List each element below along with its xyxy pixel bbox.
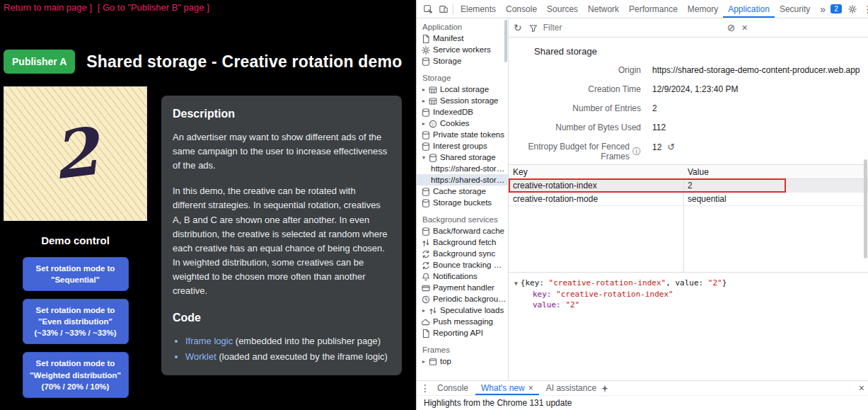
preview-summary-line[interactable]: ▼{key: "creative-rotation-index", value:… [514, 278, 865, 289]
drawer-close-icon[interactable]: × [859, 383, 864, 393]
gear-icon [420, 45, 431, 55]
sidebar-item-storage[interactable]: Storage [417, 55, 508, 67]
sync-arrows-icon [420, 249, 431, 258]
sidebar-item-private-state-tokens[interactable]: Private state tokens [417, 129, 508, 140]
creative-number: 2 [49, 118, 102, 188]
sidebar-item-session-storage[interactable]: ▸Session storage [417, 95, 508, 106]
iframe-logic-link[interactable]: Iframe logic [185, 336, 233, 346]
scrollbar-thumb[interactable] [864, 159, 867, 258]
inspect-icon[interactable] [419, 0, 435, 18]
sidebar-item-bounce-tracking[interactable]: Bounce tracking miti… [417, 259, 508, 271]
drawer-tab-whats-new[interactable]: What's new× [475, 381, 539, 395]
code-heading: Code [173, 309, 390, 327]
issues-count-badge[interactable]: 2 [831, 4, 842, 13]
sidebar-item-payment-handler[interactable]: Payment handler [417, 282, 508, 293]
sidebar-item-speculative-loads[interactable]: ▸Speculative loads [417, 304, 508, 316]
whats-new-content: Highlights from the Chrome 131 update [417, 395, 868, 410]
refresh-icon[interactable]: ↻ [514, 23, 522, 33]
sidebar-item-cache-storage[interactable]: Cache storage [417, 186, 508, 197]
main-scrollbar[interactable] [864, 159, 867, 301]
sidebar-item-storage-buckets[interactable]: Storage buckets [417, 197, 508, 208]
sidebar-item-local-storage[interactable]: ▸Local storage [417, 84, 508, 95]
table-row-creative-rotation-mode[interactable]: creative-rotation-mode sequential [509, 193, 868, 206]
code-item-text: (loaded and executed by the iframe logic… [216, 351, 388, 362]
sidebar-item-shared-storage-origin-1[interactable]: https://shared-storage… [417, 163, 508, 174]
database-icon [420, 130, 431, 139]
publisher-b-link[interactable]: [ Go to "Publisher B" page ] [98, 2, 209, 13]
tab-performance[interactable]: Performance [624, 0, 683, 18]
page-nav: Return to main page ] [ Go to "Publisher… [4, 2, 212, 13]
rotation-sequential-button[interactable]: Set rotation mode to "Sequential" [23, 257, 129, 291]
filter-box[interactable] [528, 22, 721, 33]
column-header-value[interactable]: Value [683, 167, 868, 177]
filter-input[interactable] [542, 22, 721, 33]
field-origin: Originhttps://shared-storage-demo-conten… [509, 65, 868, 84]
tab-application[interactable]: Application [723, 0, 775, 18]
drawer-tab-console[interactable]: Console [432, 381, 474, 395]
sidebar-item-manifest[interactable]: Manifest [417, 33, 508, 44]
database-icon [420, 141, 431, 151]
tab-elements[interactable]: Elements [456, 0, 501, 18]
shared-storage-section-title: Shared storage [509, 38, 868, 58]
tab-security[interactable]: Security [775, 0, 815, 18]
column-header-key[interactable]: Key [509, 167, 683, 177]
expand-icon[interactable]: ▸ [420, 86, 427, 93]
sidebar-item-cookies[interactable]: ▸Cookies [417, 118, 508, 129]
entry-preview: ▼{key: "creative-rotation-index", value:… [509, 273, 868, 380]
field-number-of-entries: Number of Entries2 [509, 103, 868, 123]
rotation-weighted-button[interactable]: Set rotation mode to "Weighted distribut… [23, 352, 129, 397]
return-main-link[interactable]: Return to main page ] [4, 2, 92, 13]
sidebar-item-background-sync[interactable]: Background sync [417, 248, 508, 259]
reset-budget-icon[interactable]: ↺ [667, 142, 675, 152]
devtools: Elements Console Sources Network Perform… [416, 0, 868, 410]
sidebar-item-service-workers[interactable]: Service workers [417, 44, 508, 55]
tab-sources[interactable]: Sources [542, 0, 583, 18]
rotation-even-button[interactable]: Set rotation mode to "Even distribution"… [23, 299, 129, 344]
table-row-creative-rotation-index[interactable]: creative-rotation-index 2 [509, 179, 868, 193]
expand-triangle-icon[interactable]: ▼ [514, 280, 518, 287]
sidebar-scrollbar[interactable] [504, 20, 507, 62]
sidebar-item-shared-storage-origin-2[interactable]: https://shared-storage… [417, 174, 508, 186]
delete-all-icon[interactable]: ⊘ [727, 23, 736, 33]
sidebar-item-reporting-api[interactable]: Reporting API [417, 327, 508, 338]
expand-icon[interactable]: ▸ [420, 307, 427, 314]
expand-icon[interactable]: ▸ [420, 358, 427, 365]
sidebar-item-notifications[interactable]: Notifications [417, 271, 508, 282]
info-icon[interactable]: ⓘ [632, 146, 641, 158]
collapse-icon[interactable]: ▾ [420, 154, 427, 161]
drawer-tab-ai-assistance[interactable]: AI assistance [540, 381, 615, 395]
drawer-menu-icon[interactable]: ⋮ [420, 383, 430, 393]
tab-console[interactable]: Console [501, 0, 542, 18]
sidebar-item-indexeddb[interactable]: IndexedDB [417, 106, 508, 118]
close-whats-new-icon[interactable]: × [528, 383, 533, 393]
tab-memory[interactable]: Memory [683, 0, 723, 18]
device-toolbar-icon[interactable] [435, 0, 451, 18]
worklet-link[interactable]: Worklet [185, 351, 216, 362]
sidebar-item-push-messaging[interactable]: Push messaging [417, 316, 508, 327]
tab-network[interactable]: Network [583, 0, 624, 18]
sidebar-item-periodic-background-sync[interactable]: Periodic backgroun… [417, 293, 508, 304]
application-sidebar: Application Manifest Service workers Sto… [417, 18, 509, 380]
code-item-iframe-logic: Iframe logic (embedded into the publishe… [185, 334, 390, 348]
expand-icon[interactable]: ▸ [420, 120, 427, 127]
expand-icon[interactable]: ▸ [420, 98, 427, 104]
sidebar-item-shared-storage[interactable]: ▾Shared storage [417, 152, 508, 163]
settings-gear-icon[interactable] [845, 0, 860, 18]
table-header: Key Value [509, 164, 868, 179]
metadata-report: Originhttps://shared-storage-demo-conten… [509, 65, 868, 161]
sidebar-item-top-frame[interactable]: ▸top [417, 355, 508, 367]
description-heading: Description [173, 106, 390, 123]
sidebar-item-background-fetch[interactable]: Background fetch [417, 237, 508, 248]
sidebar-item-interest-groups[interactable]: Interest groups [417, 140, 508, 152]
database-icon [420, 198, 431, 207]
bell-icon [420, 271, 431, 281]
toolbar-close-icon[interactable]: × [741, 23, 747, 33]
database-icon [420, 107, 431, 117]
field-creation-time: Creation Time12/9/2024, 1:23:40 PM [509, 84, 868, 103]
sidebar-item-back-forward-cache[interactable]: Back/forward cache [417, 225, 508, 237]
devtools-menu-icon[interactable]: ⋮ [860, 0, 868, 18]
more-tabs-icon[interactable]: » [815, 0, 831, 18]
table-body: creative-rotation-index 2 creative-rotat… [509, 179, 868, 273]
demo-control-panel: Demo control Set rotation mode to "Seque… [0, 234, 151, 406]
code-item-text: (embedded into the publisher page) [233, 336, 381, 346]
